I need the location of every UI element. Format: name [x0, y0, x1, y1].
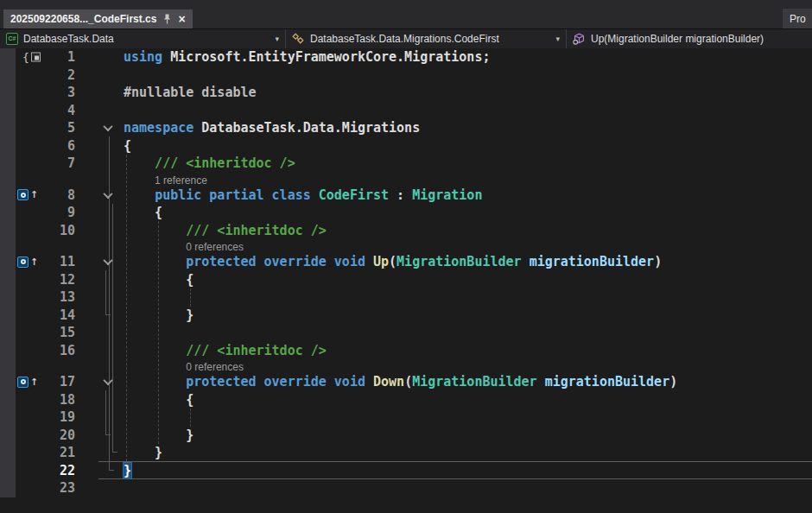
close-tab-icon[interactable]: × — [178, 13, 185, 25]
editor-line: 18 { — [0, 391, 812, 409]
line-number: 18 — [38, 391, 83, 409]
navigation-bar: C# DatabaseTask.Data ▾ DatabaseTask.Data… — [0, 28, 812, 48]
line-number: 8 — [38, 187, 83, 205]
editor-line: 21 } — [0, 444, 812, 462]
breakpoint-margin — [0, 137, 16, 155]
pin-tab-icon[interactable] — [163, 14, 171, 24]
code-line-text[interactable]: { — [124, 271, 812, 289]
line-number: 7 — [38, 155, 83, 173]
line-number: 19 — [38, 408, 83, 427]
breakpoint-margin — [0, 391, 16, 409]
line-number: 6 — [38, 137, 83, 155]
document-tab-title: 202509220658..._CodeFirst.cs — [10, 13, 156, 25]
code-editor[interactable]: {1using Microsoft.EntityFrameworkCore.Mi… — [0, 48, 812, 513]
code-line-text[interactable]: /// <inheritdoc /> — [124, 222, 812, 240]
chevron-down-icon: ▾ — [275, 35, 279, 43]
glyph-margin: ↑ — [16, 189, 38, 200]
breakpoint-margin — [0, 373, 16, 391]
properties-panel-label: Pro — [790, 13, 806, 25]
line-number: 22 — [38, 462, 83, 480]
editor-line: {1using Microsoft.EntityFrameworkCore.Mi… — [0, 48, 812, 66]
usings-margin-icon: { — [22, 51, 41, 64]
document-tab[interactable]: 202509220658..._CodeFirst.cs × — [3, 10, 193, 28]
line-number: 14 — [38, 307, 83, 325]
code-line-text[interactable]: /// <inheritdoc /> — [124, 342, 812, 360]
code-line-text[interactable]: using Microsoft.EntityFrameworkCore.Migr… — [124, 48, 812, 66]
breakpoint-margin — [0, 187, 16, 205]
glyph-margin: ↑ — [16, 256, 38, 268]
codelens-row: 0 references — [0, 239, 812, 253]
codelens-references-link[interactable]: 1 reference — [16, 174, 207, 187]
line-number: 1 — [38, 48, 83, 66]
fold-margin — [83, 378, 124, 385]
breadcrumb-type-dropdown[interactable]: DatabaseTask.Data.Migrations.CodeFirst ▾ — [286, 29, 567, 48]
editor-line: 12 { — [0, 271, 812, 289]
breakpoint-margin — [0, 204, 16, 222]
code-line-text[interactable]: /// <inheritdoc /> — [124, 155, 812, 173]
line-number: 23 — [38, 479, 83, 497]
editor-line: 4 — [0, 102, 812, 120]
code-line-text[interactable]: { — [124, 391, 812, 409]
line-number: 10 — [38, 222, 83, 240]
collapse-chevron-icon[interactable] — [103, 122, 112, 131]
editor-line: ↑11 protected override void Up(Migration… — [0, 253, 812, 271]
line-number: 13 — [38, 288, 83, 307]
chevron-down-icon: ▾ — [555, 35, 560, 43]
breakpoint-margin — [0, 84, 16, 102]
editor-line: 3#nullable disable — [0, 84, 812, 102]
editor-line: 16 /// <inheritdoc /> — [0, 342, 812, 360]
code-line-text[interactable]: { — [124, 137, 812, 155]
vs-editor-window: 202509220658..._CodeFirst.cs × Pro C# Da… — [0, 0, 812, 513]
overridden-member-icon[interactable]: ↑ — [17, 256, 38, 268]
line-number: 12 — [38, 271, 83, 289]
code-line-text[interactable]: { — [124, 204, 812, 222]
collapse-chevron-icon[interactable] — [103, 256, 112, 265]
collapse-chevron-icon[interactable] — [103, 189, 112, 199]
editor-line: 2 — [0, 66, 812, 85]
editor-line: 7 /// <inheritdoc /> — [0, 155, 812, 173]
editor-line: ↑8 public partial class CodeFirst : Migr… — [0, 187, 812, 205]
breadcrumb-project-dropdown[interactable]: C# DatabaseTask.Data ▾ — [0, 29, 286, 48]
overridden-member-icon[interactable]: ↑ — [17, 377, 38, 388]
editor-line: 10 /// <inheritdoc /> — [0, 222, 812, 240]
line-number: 3 — [38, 84, 83, 102]
breakpoint-margin — [0, 48, 16, 66]
overridden-member-icon[interactable]: ↑ — [17, 189, 38, 200]
codelens-references-link[interactable]: 0 references — [16, 361, 244, 373]
method-icon — [573, 33, 586, 45]
collapse-chevron-icon[interactable] — [103, 376, 112, 385]
breakpoint-margin — [0, 222, 16, 240]
breakpoint-margin — [0, 271, 16, 289]
code-line-text[interactable]: } — [124, 427, 812, 445]
codelens-row: 0 references — [0, 359, 812, 373]
line-number: 17 — [38, 373, 83, 391]
codelens-references-link[interactable]: 0 references — [16, 241, 244, 253]
breakpoint-margin — [0, 173, 16, 187]
code-line-text[interactable]: } — [124, 444, 812, 462]
breakpoint-margin — [0, 479, 16, 497]
breadcrumb-member-dropdown[interactable]: Up(MigrationBuilder migrationBuilder) — [567, 29, 812, 48]
properties-panel-header[interactable]: Pro — [783, 9, 812, 28]
code-line-text[interactable]: protected override void Up(MigrationBuil… — [124, 253, 812, 271]
code-line-text[interactable]: } — [124, 462, 812, 480]
code-line-text[interactable]: namespace DatabaseTask.Data.Migrations — [124, 119, 812, 137]
line-number: 15 — [38, 324, 83, 342]
tab-bar: 202509220658..._CodeFirst.cs × Pro — [0, 0, 812, 28]
code-line-text[interactable]: protected override void Down(MigrationBu… — [124, 373, 812, 391]
code-line-text[interactable]: } — [124, 307, 812, 325]
line-number: 2 — [38, 66, 83, 85]
line-number: 5 — [38, 119, 83, 137]
code-line-text[interactable]: public partial class CodeFirst : Migrati… — [124, 187, 812, 205]
editor-line: 13 — [0, 288, 812, 307]
breakpoint-margin — [0, 307, 16, 325]
glyph-margin: ↑ — [16, 377, 38, 388]
breakpoint-margin — [0, 427, 16, 445]
editor-line: 19 — [0, 408, 812, 427]
line-number: 11 — [38, 253, 83, 271]
line-number: 4 — [38, 102, 83, 120]
editor-line: 9 { — [0, 204, 812, 222]
code-line-text[interactable]: #nullable disable — [124, 84, 812, 102]
breakpoint-margin — [0, 239, 16, 253]
fold-margin — [83, 124, 124, 131]
breakpoint-margin — [0, 324, 16, 342]
